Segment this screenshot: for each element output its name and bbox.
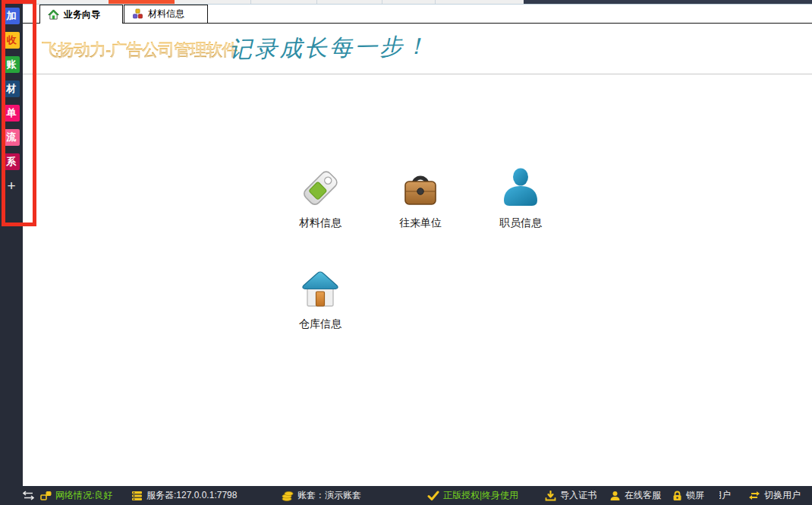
tab-label: 业务向导 bbox=[64, 8, 100, 21]
lock-icon bbox=[672, 491, 682, 501]
user-item-partial[interactable]: 用户 bbox=[719, 486, 738, 505]
server-status-text: 服务器:127.0.0.1:7798 bbox=[146, 489, 237, 502]
swap-vertical-icon bbox=[23, 491, 34, 500]
tag-icon bbox=[299, 167, 341, 210]
sidebar-item-add[interactable]: 加 bbox=[3, 8, 20, 24]
import-certificate-label: 导入证书 bbox=[560, 489, 596, 502]
tab-material-info[interactable]: 材料信息 bbox=[124, 5, 208, 23]
check-icon bbox=[427, 491, 439, 501]
sidebar-item-order[interactable]: 单 bbox=[3, 105, 20, 122]
switch-arrows-icon bbox=[748, 491, 760, 500]
top-strip-divider bbox=[250, 0, 251, 4]
sidebar-item-account[interactable]: 账 bbox=[3, 56, 20, 73]
server-status: 服务器:127.0.0.1:7798 bbox=[131, 486, 237, 505]
top-strip-divider bbox=[316, 0, 317, 4]
person-icon bbox=[500, 167, 541, 210]
shortcut-label: 仓库信息 bbox=[299, 317, 341, 331]
shortcut-label: 往来单位 bbox=[399, 216, 442, 230]
network-status: 网络情况:良好 bbox=[40, 486, 112, 505]
server-icon bbox=[131, 491, 143, 501]
user-item-partial-label: 用户 bbox=[719, 489, 738, 502]
shortcut-label: 职员信息 bbox=[499, 216, 542, 230]
tab-business-wizard[interactable]: 业务向导 bbox=[39, 5, 123, 24]
header-banner: 飞扬动力-广告公司管理软件 记录成长每一步！ bbox=[23, 24, 812, 74]
briefcase-icon bbox=[399, 167, 442, 210]
tab-bar: 业务向导 材料信息 bbox=[23, 5, 812, 24]
account-set-text: 账套：演示账套 bbox=[297, 489, 361, 502]
shortcut-employee-info[interactable]: 职员信息 bbox=[479, 167, 562, 230]
lock-screen-button[interactable]: 锁屏 bbox=[672, 486, 704, 505]
sidebar-item-system[interactable]: 系 bbox=[3, 153, 20, 170]
switch-user-label: 切换用户 bbox=[764, 489, 801, 502]
sidebar: 加 收 账 材 单 流 系 + bbox=[0, 0, 23, 486]
warehouse-icon bbox=[299, 268, 341, 311]
shortcut-material-info[interactable]: 材料信息 bbox=[279, 167, 362, 230]
sidebar-item-receive[interactable]: 收 bbox=[3, 32, 20, 49]
status-bar: 网络情况:良好 服务器:127.0.0.1:7798 账套：演示账套 正版授权|… bbox=[0, 486, 812, 505]
account-set-status: 账套：演示账套 bbox=[282, 486, 361, 505]
network-link-icon bbox=[40, 491, 52, 501]
top-strip-divider bbox=[382, 0, 382, 4]
online-service-button[interactable]: 在线客服 bbox=[609, 486, 661, 505]
home-icon bbox=[48, 9, 59, 21]
top-strip-divider bbox=[435, 0, 436, 4]
shortcut-label: 材料信息 bbox=[299, 216, 341, 230]
tab-label: 材料信息 bbox=[148, 8, 184, 21]
online-service-label: 在线客服 bbox=[625, 489, 661, 502]
license-status: 正版授权|终身使用 bbox=[427, 486, 518, 505]
lock-screen-label: 锁屏 bbox=[686, 489, 704, 502]
top-strip-orange-segment bbox=[109, 0, 175, 4]
coins-icon bbox=[282, 491, 294, 501]
download-icon bbox=[545, 491, 556, 501]
shortcut-business-partners[interactable]: 往来单位 bbox=[379, 167, 462, 230]
sidebar-add-button[interactable]: + bbox=[3, 178, 20, 194]
main-content: 材料信息 往来单位 职员信息 bbox=[23, 74, 812, 486]
cubes-icon bbox=[132, 8, 143, 20]
shortcut-warehouse-info[interactable]: 仓库信息 bbox=[279, 268, 362, 331]
switch-user-button[interactable]: 切换用户 bbox=[748, 486, 801, 505]
collapse-statusbar-toggle[interactable] bbox=[23, 486, 34, 505]
app-logo-text: 飞扬动力-广告公司管理软件 bbox=[42, 39, 238, 62]
sidebar-item-material[interactable]: 材 bbox=[3, 80, 20, 97]
import-certificate-button[interactable]: 导入证书 bbox=[545, 486, 596, 505]
support-person-icon bbox=[609, 491, 621, 501]
license-status-text: 正版授权|终身使用 bbox=[443, 489, 518, 502]
sidebar-item-flow[interactable]: 流 bbox=[3, 129, 20, 146]
app-slogan: 记录成长每一步！ bbox=[229, 31, 430, 66]
top-strip-dark-segment bbox=[524, 0, 812, 4]
network-status-text: 网络情况:良好 bbox=[55, 489, 112, 502]
